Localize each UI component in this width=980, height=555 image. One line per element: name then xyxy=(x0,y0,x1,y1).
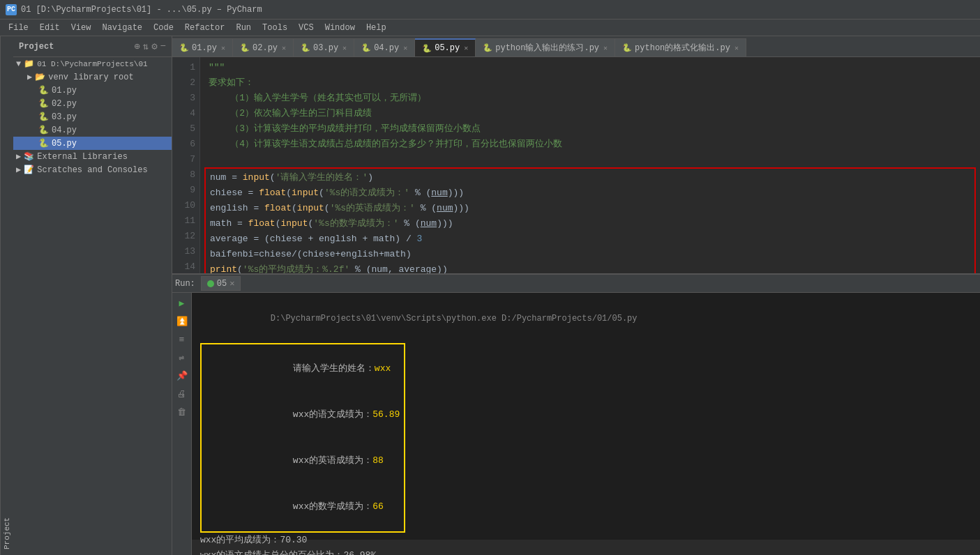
code-line-12: average = (chiese + english + math) / 3 xyxy=(210,231,970,247)
sidebar-collapse-icon[interactable]: − xyxy=(160,40,166,52)
code-editor[interactable]: 1 2 3 4 5 6 7 8 9 10 11 12 13 14 15 xyxy=(172,57,980,273)
menu-file[interactable]: File xyxy=(3,22,34,34)
tab-close-05py[interactable]: ✕ xyxy=(464,44,468,52)
terminal-command-line: D:\PycharmProjects\01\venv\Scripts\pytho… xyxy=(200,296,972,342)
code-line-7 xyxy=(209,152,972,167)
code-line-1: """ xyxy=(209,60,972,75)
editor-and-terminal: 1 2 3 4 5 6 7 8 9 10 11 12 13 14 15 xyxy=(172,57,980,555)
code-line-4: （2）依次输入学生的三门科目成绩 xyxy=(209,106,972,121)
py-tab-icon: 🐍 xyxy=(422,44,432,53)
chevron-right-icon: ▶ xyxy=(16,151,21,162)
code-line-8: num = input('请输入学生的姓名：') xyxy=(210,170,970,185)
sidebar-sync-icon[interactable]: ⇅ xyxy=(143,40,149,52)
menu-vcs[interactable]: VCS xyxy=(293,22,319,34)
py-tab-icon: 🐍 xyxy=(361,43,371,52)
tab-02py[interactable]: 🐍 02.py ✕ xyxy=(233,38,294,56)
rerun-button[interactable]: ≡ xyxy=(174,332,190,347)
tree-item-label: 03.py xyxy=(52,112,77,122)
code-line-9: chiese = float(input('%s的语文成绩为：' % (num)… xyxy=(210,185,970,201)
menu-refactor[interactable]: Refactor xyxy=(179,22,231,34)
terminal-output-highlight-box: 请输入学生的姓名：wxx wxx的语文成绩为：56.89 wxx的英语成绩为：8… xyxy=(200,343,405,533)
terminal-tab-05[interactable]: 05 ✕ xyxy=(201,276,241,291)
sidebar-title: Project xyxy=(19,42,54,52)
tab-close-format[interactable]: ✕ xyxy=(734,44,739,52)
terminal-body: ▶ ⏫ ≡ ⇌ 📌 🖨 🗑 D:\PycharmProjects\01\venv… xyxy=(172,293,980,555)
tree-item-label: External Libraries xyxy=(37,152,128,162)
tab-close-03py[interactable]: ✕ xyxy=(342,44,347,52)
title-text: 01 [D:\PycharmProjects\01] - ...\05.py –… xyxy=(21,5,262,15)
stop-button[interactable]: ⏫ xyxy=(174,314,190,329)
tree-item-01py[interactable]: 🐍 01.py xyxy=(13,84,172,97)
tab-05py[interactable]: 🐍 05.py ✕ xyxy=(415,38,476,56)
code-line-11: math = float(input('%s的数学成绩为：' % (num))) xyxy=(210,216,970,231)
menu-code[interactable]: Code xyxy=(148,22,179,34)
tab-03py[interactable]: 🐍 03.py ✕ xyxy=(294,38,354,56)
chevron-down-icon: ▼ xyxy=(16,59,21,69)
tab-close-04py[interactable]: ✕ xyxy=(403,44,407,52)
tree-item-02py[interactable]: 🐍 02.py xyxy=(13,97,172,110)
terminal: Run: 05 ✕ ▶ ⏫ ≡ ⇌ 📌 🖨 xyxy=(172,273,980,540)
terminal-output-line-3: wxx的英语成绩为：88 xyxy=(206,438,400,484)
tree-item-external-libs[interactable]: ▶ 📚 External Libraries xyxy=(13,150,172,163)
tab-python-io[interactable]: 🐍 python输入输出的练习.py ✕ xyxy=(476,38,615,56)
tree-item-label: 01 D:\PycharmProjects\01 xyxy=(37,60,147,68)
tree-item-label: 05.py xyxy=(52,139,77,149)
tree-item-venv[interactable]: ▶ 📂 venv library root xyxy=(13,70,172,84)
code-line-10: english = float(input('%s的英语成绩为：' % (num… xyxy=(210,201,970,216)
terminal-toolbar: ▶ ⏫ ≡ ⇌ 📌 🖨 🗑 xyxy=(172,293,192,555)
terminal-output: D:\PycharmProjects\01\venv\Scripts\pytho… xyxy=(192,293,980,555)
clear-button[interactable]: 🗑 xyxy=(174,404,190,420)
py-file-icon: 🐍 xyxy=(38,112,49,122)
tab-close-02py[interactable]: ✕ xyxy=(282,44,286,52)
tree-item-04py[interactable]: 🐍 04.py xyxy=(13,123,172,137)
tree-item-label: 01.py xyxy=(52,86,77,96)
py-file-icon: 🐍 xyxy=(38,98,49,109)
print-button[interactable]: 🖨 xyxy=(174,386,190,402)
menu-navigate[interactable]: Navigate xyxy=(96,22,148,34)
tree-item-label: venv library root xyxy=(48,73,133,82)
run-label: Run: xyxy=(175,279,195,289)
project-panel-toggle[interactable]: Project xyxy=(0,36,13,555)
py-file-icon: 🐍 xyxy=(38,138,49,149)
code-content[interactable]: """ 要求如下： （1）输入学生学号（姓名其实也可以，无所谓） （2）依次输入… xyxy=(200,57,980,273)
tab-close-io[interactable]: ✕ xyxy=(603,44,608,52)
tab-close-01py[interactable]: ✕ xyxy=(221,44,225,52)
menu-edit[interactable]: Edit xyxy=(34,22,66,34)
py-file-icon: 🐍 xyxy=(38,85,49,96)
py-tab-icon: 🐍 xyxy=(240,43,250,52)
menu-tools[interactable]: Tools xyxy=(257,22,293,34)
menu-run[interactable]: Run xyxy=(230,22,257,34)
tab-bar: 🐍 01.py ✕ 🐍 02.py ✕ 🐍 03.py ✕ 🐍 04.py ✕ … xyxy=(172,36,980,57)
app-icon: PC xyxy=(6,4,17,15)
title-bar: PC 01 [D:\PycharmProjects\01] - ...\05.p… xyxy=(0,0,980,20)
pin-button[interactable]: 📌 xyxy=(174,368,190,383)
tab-python-format[interactable]: 🐍 python的格式化输出.py ✕ xyxy=(615,38,746,56)
tree-item-label: 02.py xyxy=(52,99,77,109)
sidebar-settings-icon[interactable]: ⚙ xyxy=(151,40,157,52)
tree-item-scratches[interactable]: ▶ 📝 Scratches and Consoles xyxy=(13,163,172,176)
terminal-output-line-2: wxx的语文成绩为：56.89 xyxy=(206,392,400,438)
menu-window[interactable]: Window xyxy=(319,22,361,34)
tree-item-05py[interactable]: 🐍 05.py xyxy=(13,137,172,150)
tab-01py[interactable]: 🐍 01.py ✕ xyxy=(172,38,233,56)
venv-icon: 📂 xyxy=(35,72,45,82)
code-line-6: （4）计算该学生语文成绩占总成绩的百分之多少？并打印，百分比也保留两位小数 xyxy=(209,137,972,152)
chevron-right-icon: ▶ xyxy=(16,165,21,175)
code-line-5: （3）计算该学生的平均成绩并打印，平均成绩保留两位小数点 xyxy=(209,121,972,137)
tree-item-03py[interactable]: 🐍 03.py xyxy=(13,110,172,123)
tree-item-01-folder[interactable]: ▼ 📁 01 D:\PycharmProjects\01 xyxy=(13,57,172,70)
terminal-tab-close[interactable]: ✕ xyxy=(229,278,234,289)
tab-04py[interactable]: 🐍 04.py ✕ xyxy=(354,38,415,56)
terminal-output-line-5: wxx的平均成绩为：70.30 xyxy=(200,533,972,548)
py-file-icon: 🐍 xyxy=(38,125,49,135)
folder-icon: 📁 xyxy=(24,59,34,69)
toggle-soft-wrap[interactable]: ⇌ xyxy=(174,350,190,365)
sidebar-toolbar: ⊕ ⇅ ⚙ − xyxy=(134,40,166,52)
menu-help[interactable]: Help xyxy=(361,22,392,34)
sidebar-header: Project ⊕ ⇅ ⚙ − xyxy=(13,36,172,57)
editor-container: 🐍 01.py ✕ 🐍 02.py ✕ 🐍 03.py ✕ 🐍 04.py ✕ … xyxy=(172,36,980,555)
run-button[interactable]: ▶ xyxy=(174,296,190,311)
highlighted-code-block: num = input('请输入学生的姓名：') chiese = float(… xyxy=(204,167,976,273)
sidebar-add-icon[interactable]: ⊕ xyxy=(134,40,140,52)
menu-view[interactable]: View xyxy=(66,22,97,34)
